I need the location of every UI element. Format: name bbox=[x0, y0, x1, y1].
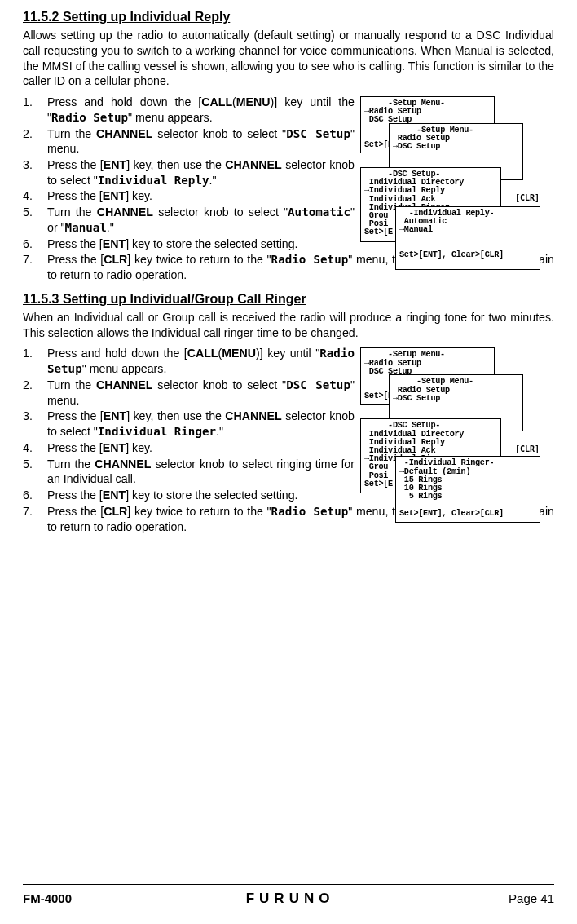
text: Turn the bbox=[47, 458, 95, 471]
key-label: MENU bbox=[222, 347, 256, 360]
key-label: MENU bbox=[236, 95, 271, 108]
menu-name: Radio Setup bbox=[51, 111, 128, 124]
text: Press the [ bbox=[47, 237, 103, 250]
knob-label: CHANNEL bbox=[97, 206, 153, 219]
text: ." bbox=[216, 425, 223, 438]
key-label: ENT bbox=[103, 441, 126, 454]
menu-name: Radio Setup bbox=[271, 253, 349, 266]
text: ] key. bbox=[126, 189, 152, 202]
menu-name: DSC Setup bbox=[286, 127, 350, 140]
menu-name: Individual Ringer bbox=[98, 425, 216, 438]
text: )] key until " bbox=[256, 347, 319, 360]
knob-label: CHANNEL bbox=[96, 127, 152, 140]
model-label: FM-4000 bbox=[23, 891, 72, 907]
text: ] key, then use the bbox=[126, 409, 225, 422]
text: ] key to store the selected setting. bbox=[126, 237, 297, 250]
key-label: ENT bbox=[103, 489, 126, 502]
text: " menu appears. bbox=[128, 111, 213, 124]
text: ] key to store the selected setting. bbox=[126, 489, 297, 502]
text: Press the [ bbox=[47, 441, 103, 454]
lcd-clr-tail: [CLR] bbox=[515, 192, 540, 203]
section1-steps-block: Press and hold down the [CALL(MENU)] key… bbox=[23, 95, 554, 283]
key-label: ENT bbox=[103, 189, 126, 202]
knob-label: CHANNEL bbox=[225, 409, 281, 422]
key-label: CLR bbox=[104, 505, 127, 518]
lcd-screens-1: -Setup Menu- →Radio Setup DSC Setup Set>… bbox=[360, 96, 554, 267]
key-label: CLR bbox=[104, 253, 127, 266]
text: " menu appears. bbox=[82, 362, 167, 375]
text: Turn the bbox=[47, 378, 96, 391]
menu-name: Individual Reply bbox=[98, 174, 209, 187]
text: Turn the bbox=[47, 206, 97, 219]
knob-label: CHANNEL bbox=[96, 378, 152, 391]
text: selector knob to select " bbox=[152, 127, 286, 140]
knob-label: CHANNEL bbox=[95, 458, 151, 471]
menu-name: Manual bbox=[65, 221, 107, 234]
lcd-clr-tail: [CLR] bbox=[515, 444, 540, 454]
knob-label: CHANNEL bbox=[225, 158, 281, 171]
section2-steps-block: Press and hold down the [CALL(MENU)] key… bbox=[23, 346, 554, 534]
text: ] key, then use the bbox=[126, 158, 225, 171]
brand-logo: FURUNO bbox=[72, 890, 509, 908]
section1-intro: Allows setting up the radio to automatic… bbox=[23, 28, 554, 89]
page-footer: FM-4000 FURUNO Page 41 bbox=[23, 884, 554, 908]
key-label: ENT bbox=[104, 158, 126, 171]
section2-intro: When an Individual call or Group call is… bbox=[23, 310, 554, 340]
text: Press the [ bbox=[47, 189, 103, 202]
text: ] key twice to return to the " bbox=[127, 253, 271, 266]
text: Turn the bbox=[47, 127, 96, 140]
text: Press and hold down the [ bbox=[47, 95, 201, 108]
text: Press the [ bbox=[47, 158, 104, 171]
text: ." bbox=[107, 221, 114, 234]
lcd-screens-2: -Setup Menu- →Radio Setup DSC Setup Set>… bbox=[360, 347, 554, 519]
key-label: ENT bbox=[103, 237, 126, 250]
text: ] key. bbox=[126, 441, 152, 454]
menu-name: Automatic bbox=[288, 206, 350, 219]
text: selector knob to select " bbox=[152, 378, 286, 391]
text: Press the [ bbox=[47, 253, 104, 266]
key-label: CALL bbox=[201, 95, 232, 108]
text: ] key twice to return to the " bbox=[127, 505, 271, 518]
page-number: Page 41 bbox=[509, 891, 554, 907]
key-label: ENT bbox=[104, 409, 126, 422]
key-label: CALL bbox=[187, 347, 218, 360]
text: Press the [ bbox=[47, 409, 104, 422]
text: selector knob to select " bbox=[153, 206, 288, 219]
lcd-individual-ringer: -Individual Ringer- →Default (2min) 15 R… bbox=[395, 456, 540, 523]
text: Press the [ bbox=[47, 489, 103, 502]
section-heading-2: 11.5.3 Setting up Individual/Group Call … bbox=[23, 290, 554, 307]
lcd-individual-reply: -Individual Reply- Automatic →Manual Set… bbox=[395, 206, 540, 270]
section-heading-1: 11.5.2 Setting up Individual Reply bbox=[23, 8, 554, 25]
text: ." bbox=[209, 174, 217, 187]
text: Press and hold down the [ bbox=[47, 347, 187, 360]
text: Press the [ bbox=[47, 505, 104, 518]
menu-name: Radio Setup bbox=[271, 505, 349, 518]
menu-name: DSC Setup bbox=[286, 378, 350, 391]
